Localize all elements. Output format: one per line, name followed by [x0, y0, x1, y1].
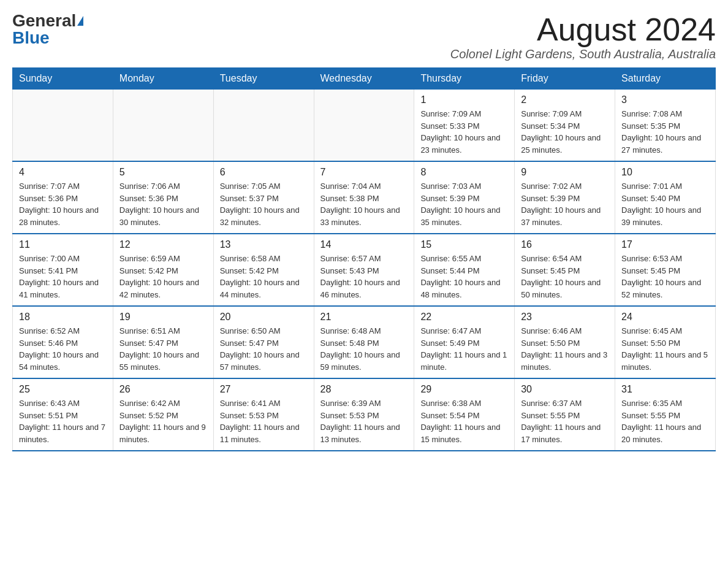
day-number: 5 [119, 167, 207, 178]
day-number: 4 [19, 167, 107, 178]
calendar-day-cell [13, 90, 113, 162]
day-info: Sunrise: 6:42 AMSunset: 5:52 PMDaylight:… [119, 397, 207, 445]
day-number: 11 [19, 239, 107, 250]
calendar-day-cell: 19Sunrise: 6:51 AMSunset: 5:47 PMDayligh… [113, 306, 213, 378]
calendar-week-row: 18Sunrise: 6:52 AMSunset: 5:46 PMDayligh… [13, 306, 716, 378]
calendar-day-cell: 16Sunrise: 6:54 AMSunset: 5:45 PMDayligh… [515, 234, 615, 306]
calendar-day-cell: 25Sunrise: 6:43 AMSunset: 5:51 PMDayligh… [13, 378, 113, 451]
calendar-day-cell: 1Sunrise: 7:09 AMSunset: 5:33 PMDaylight… [414, 90, 515, 162]
day-number: 1 [420, 94, 508, 105]
calendar-day-cell: 13Sunrise: 6:58 AMSunset: 5:42 PMDayligh… [213, 234, 314, 306]
calendar-week-row: 25Sunrise: 6:43 AMSunset: 5:51 PMDayligh… [13, 378, 716, 451]
calendar-day-cell [314, 90, 414, 162]
calendar-day-cell: 3Sunrise: 7:08 AMSunset: 5:35 PMDaylight… [615, 90, 716, 162]
calendar-day-cell: 27Sunrise: 6:41 AMSunset: 5:53 PMDayligh… [213, 378, 314, 451]
day-info: Sunrise: 7:08 AMSunset: 5:35 PMDaylight:… [621, 108, 709, 156]
day-of-week-header: Tuesday [213, 68, 314, 90]
calendar-day-cell: 8Sunrise: 7:03 AMSunset: 5:39 PMDaylight… [414, 161, 515, 234]
day-info: Sunrise: 6:47 AMSunset: 5:49 PMDaylight:… [420, 325, 508, 373]
calendar-day-cell: 28Sunrise: 6:39 AMSunset: 5:53 PMDayligh… [314, 378, 414, 451]
day-number: 2 [521, 94, 609, 105]
calendar-day-cell [213, 90, 314, 162]
day-info: Sunrise: 6:41 AMSunset: 5:53 PMDaylight:… [220, 397, 308, 445]
calendar-day-cell: 5Sunrise: 7:06 AMSunset: 5:36 PMDaylight… [113, 161, 213, 234]
day-info: Sunrise: 7:00 AMSunset: 5:41 PMDaylight:… [19, 253, 107, 301]
day-info: Sunrise: 6:35 AMSunset: 5:55 PMDaylight:… [621, 397, 709, 445]
day-info: Sunrise: 6:52 AMSunset: 5:46 PMDaylight:… [19, 325, 107, 373]
calendar-day-cell: 18Sunrise: 6:52 AMSunset: 5:46 PMDayligh… [13, 306, 113, 378]
day-info: Sunrise: 6:45 AMSunset: 5:50 PMDaylight:… [621, 325, 709, 373]
day-info: Sunrise: 6:58 AMSunset: 5:42 PMDaylight:… [220, 253, 308, 301]
day-of-week-header: Saturday [615, 68, 716, 90]
day-info: Sunrise: 6:57 AMSunset: 5:43 PMDaylight:… [320, 253, 408, 301]
day-info: Sunrise: 7:03 AMSunset: 5:39 PMDaylight:… [420, 180, 508, 228]
day-number: 21 [320, 312, 408, 323]
title-block: August 2024 Colonel Light Gardens, South… [450, 12, 716, 61]
day-of-week-header: Sunday [13, 68, 113, 90]
day-number: 14 [320, 239, 408, 250]
calendar-day-cell: 31Sunrise: 6:35 AMSunset: 5:55 PMDayligh… [615, 378, 716, 451]
day-info: Sunrise: 6:55 AMSunset: 5:44 PMDaylight:… [420, 253, 508, 301]
calendar-day-cell: 9Sunrise: 7:02 AMSunset: 5:39 PMDaylight… [515, 161, 615, 234]
day-info: Sunrise: 6:43 AMSunset: 5:51 PMDaylight:… [19, 397, 107, 445]
month-year-title: August 2024 [450, 12, 716, 47]
day-number: 9 [521, 167, 609, 178]
calendar-day-cell: 21Sunrise: 6:48 AMSunset: 5:48 PMDayligh… [314, 306, 414, 378]
page-header: General Blue August 2024 Colonel Light G… [12, 12, 716, 61]
calendar-day-cell: 14Sunrise: 6:57 AMSunset: 5:43 PMDayligh… [314, 234, 414, 306]
calendar-day-cell: 10Sunrise: 7:01 AMSunset: 5:40 PMDayligh… [615, 161, 716, 234]
day-info: Sunrise: 6:46 AMSunset: 5:50 PMDaylight:… [521, 325, 609, 373]
day-number: 16 [521, 239, 609, 250]
day-number: 26 [119, 384, 207, 395]
calendar-day-cell: 30Sunrise: 6:37 AMSunset: 5:55 PMDayligh… [515, 378, 615, 451]
days-of-week-row: SundayMondayTuesdayWednesdayThursdayFrid… [13, 68, 716, 90]
calendar-header: SundayMondayTuesdayWednesdayThursdayFrid… [13, 68, 716, 90]
day-info: Sunrise: 7:05 AMSunset: 5:37 PMDaylight:… [220, 180, 308, 228]
calendar-day-cell: 22Sunrise: 6:47 AMSunset: 5:49 PMDayligh… [414, 306, 515, 378]
location-subtitle: Colonel Light Gardens, South Australia, … [450, 47, 716, 61]
calendar-day-cell: 15Sunrise: 6:55 AMSunset: 5:44 PMDayligh… [414, 234, 515, 306]
day-number: 25 [19, 384, 107, 395]
calendar-day-cell: 12Sunrise: 6:59 AMSunset: 5:42 PMDayligh… [113, 234, 213, 306]
calendar-day-cell: 23Sunrise: 6:46 AMSunset: 5:50 PMDayligh… [515, 306, 615, 378]
day-info: Sunrise: 6:39 AMSunset: 5:53 PMDaylight:… [320, 397, 408, 445]
logo-blue: Blue [12, 29, 50, 47]
day-info: Sunrise: 7:06 AMSunset: 5:36 PMDaylight:… [119, 180, 207, 228]
day-info: Sunrise: 6:48 AMSunset: 5:48 PMDaylight:… [320, 325, 408, 373]
calendar-day-cell: 17Sunrise: 6:53 AMSunset: 5:45 PMDayligh… [615, 234, 716, 306]
day-number: 7 [320, 167, 408, 178]
logo: General Blue [12, 12, 83, 47]
day-number: 10 [621, 167, 709, 178]
day-number: 28 [320, 384, 408, 395]
day-number: 29 [420, 384, 508, 395]
day-info: Sunrise: 7:07 AMSunset: 5:36 PMDaylight:… [19, 180, 107, 228]
day-of-week-header: Monday [113, 68, 213, 90]
day-number: 22 [420, 312, 508, 323]
calendar-day-cell [113, 90, 213, 162]
calendar-table: SundayMondayTuesdayWednesdayThursdayFrid… [12, 67, 716, 451]
day-number: 31 [621, 384, 709, 395]
day-number: 3 [621, 94, 709, 105]
calendar-day-cell: 29Sunrise: 6:38 AMSunset: 5:54 PMDayligh… [414, 378, 515, 451]
day-number: 12 [119, 239, 207, 250]
day-number: 15 [420, 239, 508, 250]
calendar-day-cell: 2Sunrise: 7:09 AMSunset: 5:34 PMDaylight… [515, 90, 615, 162]
day-number: 27 [220, 384, 308, 395]
calendar-day-cell: 24Sunrise: 6:45 AMSunset: 5:50 PMDayligh… [615, 306, 716, 378]
day-number: 30 [521, 384, 609, 395]
day-info: Sunrise: 7:02 AMSunset: 5:39 PMDaylight:… [521, 180, 609, 228]
day-number: 24 [621, 312, 709, 323]
day-number: 6 [220, 167, 308, 178]
day-info: Sunrise: 6:54 AMSunset: 5:45 PMDaylight:… [521, 253, 609, 301]
day-info: Sunrise: 6:38 AMSunset: 5:54 PMDaylight:… [420, 397, 508, 445]
day-info: Sunrise: 6:51 AMSunset: 5:47 PMDaylight:… [119, 325, 207, 373]
calendar-week-row: 1Sunrise: 7:09 AMSunset: 5:33 PMDaylight… [13, 90, 716, 162]
day-number: 13 [220, 239, 308, 250]
day-number: 18 [19, 312, 107, 323]
calendar-body: 1Sunrise: 7:09 AMSunset: 5:33 PMDaylight… [13, 90, 716, 451]
logo-triangle-icon [77, 16, 83, 26]
day-info: Sunrise: 7:01 AMSunset: 5:40 PMDaylight:… [621, 180, 709, 228]
calendar-day-cell: 20Sunrise: 6:50 AMSunset: 5:47 PMDayligh… [213, 306, 314, 378]
day-number: 17 [621, 239, 709, 250]
calendar-week-row: 4Sunrise: 7:07 AMSunset: 5:36 PMDaylight… [13, 161, 716, 234]
